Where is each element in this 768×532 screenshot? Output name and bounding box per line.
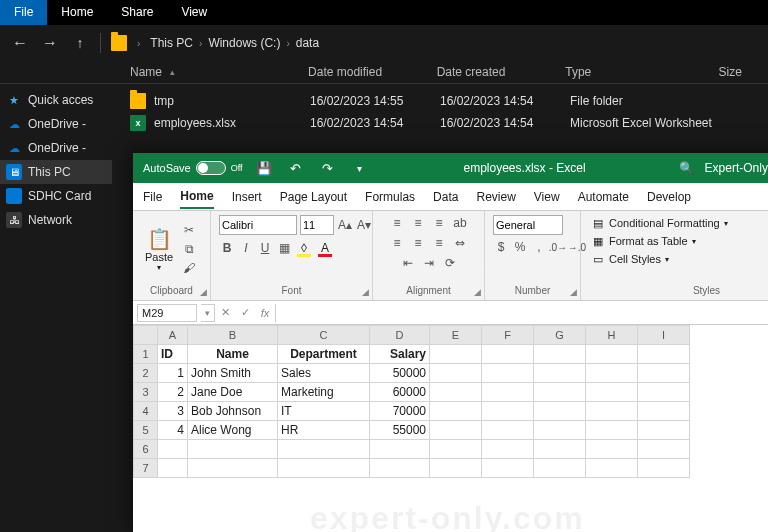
col-header[interactable]: G <box>534 326 586 345</box>
cell[interactable] <box>638 459 690 478</box>
format-painter-icon[interactable]: 🖌 <box>181 260 197 276</box>
borders-icon[interactable]: ▦ <box>276 240 292 256</box>
fill-color-button[interactable]: ◊ <box>295 239 313 257</box>
decrease-indent-icon[interactable]: ⇤ <box>399 255 417 271</box>
col-header[interactable]: H <box>586 326 638 345</box>
col-header-type[interactable]: Type <box>565 65 718 79</box>
cell[interactable] <box>638 364 690 383</box>
sidebar-item-onedrive[interactable]: ☁ OneDrive - <box>0 136 112 160</box>
menu-file[interactable]: File <box>0 0 47 25</box>
cell[interactable] <box>534 440 586 459</box>
cell[interactable]: 50000 <box>370 364 430 383</box>
chevron-right-icon[interactable]: › <box>199 38 202 49</box>
cancel-formula-icon[interactable]: ✕ <box>215 306 235 319</box>
cell[interactable] <box>370 440 430 459</box>
number-format-select[interactable] <box>493 215 563 235</box>
select-all-corner[interactable] <box>134 326 158 345</box>
dialog-launcher-icon[interactable]: ◢ <box>474 287 481 297</box>
decrease-font-icon[interactable]: A▾ <box>356 217 372 233</box>
align-middle-icon[interactable]: ≡ <box>409 215 427 231</box>
font-color-button[interactable]: A <box>316 239 334 257</box>
cell[interactable]: Sales <box>278 364 370 383</box>
underline-button[interactable]: U <box>257 240 273 256</box>
increase-indent-icon[interactable]: ⇥ <box>420 255 438 271</box>
chevron-right-icon[interactable]: › <box>137 38 140 49</box>
copy-icon[interactable]: ⧉ <box>181 241 197 257</box>
cell[interactable] <box>430 364 482 383</box>
cut-icon[interactable]: ✂ <box>181 222 197 238</box>
cell[interactable]: Name <box>188 345 278 364</box>
cell[interactable]: Bob Johnson <box>188 402 278 421</box>
enter-formula-icon[interactable]: ✓ <box>235 306 255 319</box>
sidebar-item-network[interactable]: 🖧 Network <box>0 208 112 232</box>
redo-icon[interactable]: ↷ <box>317 161 339 176</box>
cell[interactable] <box>430 402 482 421</box>
col-header[interactable]: A <box>158 326 188 345</box>
chevron-right-icon[interactable]: › <box>286 38 289 49</box>
cell[interactable]: 70000 <box>370 402 430 421</box>
excel-titlebar[interactable]: AutoSave Off 💾 ↶ ↷ ▾ employees.xlsx - Ex… <box>133 153 768 183</box>
cell[interactable] <box>534 364 586 383</box>
comma-format-icon[interactable]: , <box>531 239 547 255</box>
col-header[interactable]: I <box>638 326 690 345</box>
wrap-text-icon[interactable]: ab <box>451 215 469 231</box>
cell[interactable] <box>534 402 586 421</box>
cell[interactable] <box>586 459 638 478</box>
row-header[interactable]: 4 <box>134 402 158 421</box>
dialog-launcher-icon[interactable]: ◢ <box>570 287 577 297</box>
sidebar-item-sdhc[interactable]: SDHC Card <box>0 184 112 208</box>
cell[interactable] <box>638 345 690 364</box>
paste-button[interactable]: 📋 Paste ▾ <box>141 225 177 274</box>
name-box[interactable]: M29 <box>137 304 197 322</box>
dialog-launcher-icon[interactable]: ◢ <box>200 287 207 297</box>
row-header[interactable]: 7 <box>134 459 158 478</box>
cell[interactable] <box>482 345 534 364</box>
tab-review[interactable]: Review <box>476 186 515 208</box>
cell[interactable]: 60000 <box>370 383 430 402</box>
cell[interactable] <box>586 345 638 364</box>
accounting-format-icon[interactable]: $ <box>493 239 509 255</box>
cell[interactable] <box>586 440 638 459</box>
row-header[interactable]: 3 <box>134 383 158 402</box>
nav-up-icon[interactable]: ↑ <box>70 35 90 51</box>
cell[interactable]: IT <box>278 402 370 421</box>
toggle-off-icon[interactable] <box>196 161 226 175</box>
tab-page-layout[interactable]: Page Layout <box>280 186 347 208</box>
italic-button[interactable]: I <box>238 240 254 256</box>
cell[interactable]: Department <box>278 345 370 364</box>
cell[interactable] <box>370 459 430 478</box>
cell[interactable]: John Smith <box>188 364 278 383</box>
customize-qat-icon[interactable]: ▾ <box>349 163 371 174</box>
cell[interactable] <box>158 459 188 478</box>
cell[interactable] <box>586 383 638 402</box>
account-name[interactable]: Expert-Only.com <box>705 161 768 175</box>
fx-icon[interactable]: fx <box>255 307 275 319</box>
bold-button[interactable]: B <box>219 240 235 256</box>
cell[interactable]: Marketing <box>278 383 370 402</box>
row-header[interactable]: 2 <box>134 364 158 383</box>
crumb-drive[interactable]: Windows (C:) <box>208 36 280 50</box>
increase-font-icon[interactable]: A▴ <box>337 217 353 233</box>
cell[interactable] <box>482 459 534 478</box>
col-header-modified[interactable]: Date modified <box>308 65 437 79</box>
cell[interactable] <box>430 383 482 402</box>
nav-back-icon[interactable]: ← <box>10 34 30 52</box>
cell[interactable]: 2 <box>158 383 188 402</box>
cell[interactable]: 3 <box>158 402 188 421</box>
file-row-excel[interactable]: xemployees.xlsx 16/02/2023 14:54 16/02/2… <box>130 112 768 134</box>
tab-home[interactable]: Home <box>180 185 213 209</box>
percent-format-icon[interactable]: % <box>512 239 528 255</box>
format-as-table-button[interactable]: ▦ Format as Table▾ <box>589 233 698 249</box>
tab-developer[interactable]: Develop <box>647 186 691 208</box>
menu-view[interactable]: View <box>167 0 221 25</box>
col-header[interactable]: B <box>188 326 278 345</box>
cell[interactable] <box>534 459 586 478</box>
file-row-folder[interactable]: tmp 16/02/2023 14:55 16/02/2023 14:54 Fi… <box>130 90 768 112</box>
row-header[interactable]: 6 <box>134 440 158 459</box>
cell[interactable] <box>638 402 690 421</box>
tab-formulas[interactable]: Formulas <box>365 186 415 208</box>
cell[interactable] <box>430 345 482 364</box>
cell[interactable]: Salary <box>370 345 430 364</box>
font-size-select[interactable] <box>300 215 334 235</box>
cell-styles-button[interactable]: ▭ Cell Styles▾ <box>589 251 671 267</box>
